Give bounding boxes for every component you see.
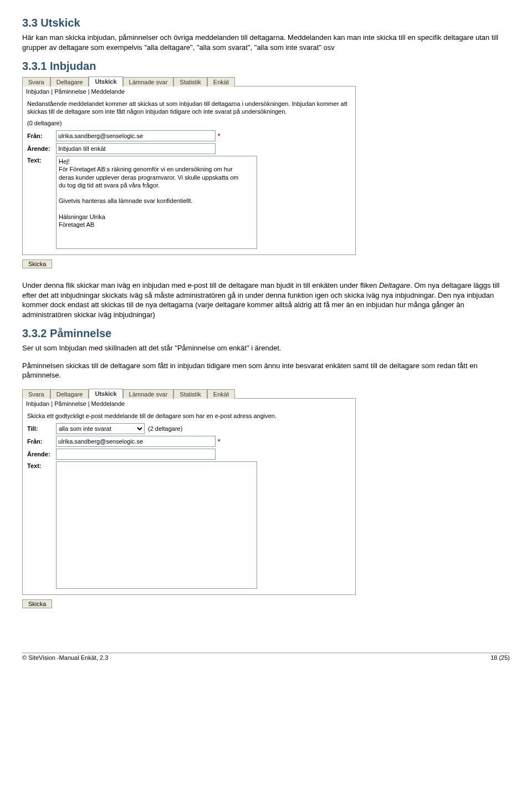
subject-input[interactable] xyxy=(56,143,216,154)
tab-statistik-2[interactable]: Statistik xyxy=(173,389,207,399)
tab-bar-2: Svara Deltagare Utskick Lämnade svar Sta… xyxy=(22,388,510,398)
subject-label-2: Ärende: xyxy=(27,451,56,457)
send-button-2[interactable]: Skicka xyxy=(22,599,52,608)
panel-meddelande: Inbjudan | Påminnelse | Meddelande Skick… xyxy=(22,398,356,595)
subject-label: Ärende: xyxy=(27,145,56,152)
tab-deltagare-2[interactable]: Deltagare xyxy=(50,389,89,399)
tab-enkat-2[interactable]: Enkät xyxy=(207,389,235,399)
section-title-utskick: 3.3 Utskick xyxy=(22,17,510,29)
from-label: Från: xyxy=(27,133,56,139)
tab-utskick[interactable]: Utskick xyxy=(89,77,122,86)
tab-enkat[interactable]: Enkät xyxy=(207,77,235,86)
send-button[interactable]: Skicka xyxy=(22,259,52,268)
body-textarea-2[interactable] xyxy=(56,461,257,589)
section-title-paminnelse: 3.3.2 Påminnelse xyxy=(22,327,510,340)
to-select[interactable]: alla som inte svarat xyxy=(56,423,145,434)
text-label: Text: xyxy=(27,156,56,164)
body-textarea[interactable]: Hej! För Företaget AB:s räkning genomför… xyxy=(56,156,257,249)
section-para: Här kan man skicka inbjudan, påminnelser… xyxy=(22,33,510,52)
participant-count: (0 deltagare) xyxy=(27,119,351,127)
subtab-bar-2[interactable]: Inbjudan | Påminnelse | Meddelande xyxy=(23,398,355,409)
panel-inbjudan: Inbjudan | Påminnelse | Meddelande Nedan… xyxy=(22,86,356,255)
tab-container-1: Svara Deltagare Utskick Lämnade svar Sta… xyxy=(22,76,510,268)
tab-container-2: Svara Deltagare Utskick Lämnade svar Sta… xyxy=(22,388,510,608)
tab-lamnade-svar-2[interactable]: Lämnade svar xyxy=(123,389,174,399)
footer-left: © SiteVision -Manual Enkät, 2.3 xyxy=(22,654,108,661)
tab-svara[interactable]: Svara xyxy=(22,77,50,86)
tab-svara-2[interactable]: Svara xyxy=(22,389,50,399)
text-label-2: Text: xyxy=(27,461,56,469)
from-input-2[interactable] xyxy=(56,436,216,447)
footer-right: 18 (25) xyxy=(490,654,510,661)
section3-para1: Ser ut som Inbjudan med skillnaden att d… xyxy=(22,343,510,353)
tab-statistik[interactable]: Statistik xyxy=(173,77,207,86)
page-footer: © SiteVision -Manual Enkät, 2.3 18 (25) xyxy=(22,653,510,661)
from-label-2: Från: xyxy=(27,438,56,445)
tab-lamnade-svar[interactable]: Lämnade svar xyxy=(123,77,174,86)
to-count: (2 deltagare) xyxy=(148,425,182,432)
panel2-info: Skicka ett godtyckligt e-post meddelande… xyxy=(27,412,351,420)
to-label: Till: xyxy=(27,425,56,432)
section3-para2: Påminnelsen skickas till de deltagare so… xyxy=(22,361,510,380)
panel-info: Nedanstående meddelandet kommer att skic… xyxy=(27,100,351,116)
section-para-after: Under denna flik skickar man iväg en inb… xyxy=(22,281,510,319)
tab-deltagare[interactable]: Deltagare xyxy=(50,77,89,86)
required-icon-2: * xyxy=(218,438,220,445)
tab-utskick-2[interactable]: Utskick xyxy=(89,389,122,399)
subject-input-2[interactable] xyxy=(56,449,216,460)
tab-bar: Svara Deltagare Utskick Lämnade svar Sta… xyxy=(22,76,510,86)
from-input[interactable] xyxy=(56,130,216,141)
subtab-bar[interactable]: Inbjudan | Påminnelse | Meddelande xyxy=(23,86,355,96)
section-title-inbjudan: 3.3.1 Inbjudan xyxy=(22,60,510,73)
required-icon: * xyxy=(218,133,220,139)
